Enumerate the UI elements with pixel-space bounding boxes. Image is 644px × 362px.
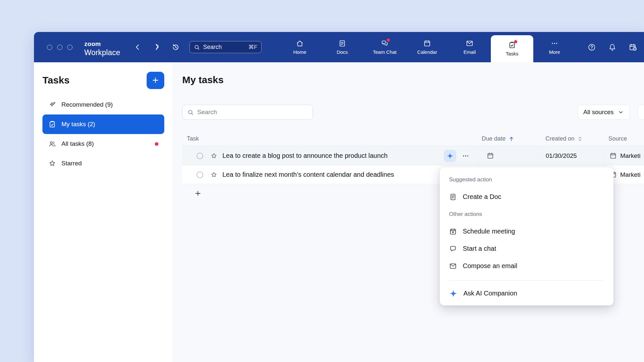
- window-controls: [47, 32, 72, 62]
- menu-section-label: Suggested action: [440, 171, 613, 188]
- nav-item-home[interactable]: Home: [279, 32, 321, 62]
- nav-label: Docs: [337, 49, 348, 55]
- nav-label: Home: [293, 49, 306, 55]
- column-label: Source: [608, 135, 627, 142]
- task-title: Lea to finalize next month’s content cal…: [222, 171, 394, 178]
- column-header-task[interactable]: Task: [182, 135, 478, 142]
- chevron-down-icon: [618, 109, 624, 115]
- history-button[interactable]: [170, 32, 181, 62]
- window-control[interactable]: [47, 45, 52, 50]
- menu-item-label: Create a Doc: [463, 193, 501, 201]
- favorite-star-button[interactable]: [210, 171, 217, 178]
- sidebar-item-all-tasks[interactable]: All tasks (8): [42, 134, 164, 154]
- column-label: Task: [187, 135, 199, 142]
- sidebar-header: Tasks: [42, 71, 164, 89]
- menu-section-label: Other actions: [440, 205, 613, 223]
- filter-button-partial[interactable]: [638, 105, 644, 120]
- sidebar-item-starred[interactable]: Starred: [42, 154, 164, 173]
- chevron-left-icon: [134, 43, 142, 51]
- column-header-created-on[interactable]: Created on: [541, 135, 604, 142]
- help-button[interactable]: [585, 32, 598, 62]
- task-search: [182, 105, 313, 120]
- sources-filter-dropdown[interactable]: All sources: [578, 105, 630, 120]
- add-due-date-button[interactable]: [487, 152, 494, 159]
- nav-item-calendar[interactable]: Calendar: [406, 32, 448, 62]
- plus-icon: [194, 189, 202, 197]
- nav-item-tasks[interactable]: Tasks: [491, 35, 533, 62]
- brand-product: Workplace: [84, 49, 120, 56]
- sidebar-item-label: My tasks (2): [61, 121, 95, 128]
- sort-updown-icon: [577, 136, 583, 142]
- column-label: Due date: [482, 135, 506, 142]
- menu-item-create-doc[interactable]: Create a Doc: [440, 188, 613, 205]
- new-task-button[interactable]: [147, 72, 164, 89]
- task-search-input[interactable]: [197, 109, 308, 116]
- bell-icon: [608, 43, 617, 52]
- nav-item-email[interactable]: Email: [448, 32, 491, 62]
- menu-item-compose-email[interactable]: Compose an email: [440, 257, 613, 275]
- sidebar-item-recommended[interactable]: Recommended (9): [42, 95, 164, 114]
- task-source: Marketi: [620, 152, 640, 159]
- task-checkbox[interactable]: [196, 171, 204, 179]
- calendar-quick-button[interactable]: [626, 32, 639, 62]
- notification-dot: [514, 40, 517, 43]
- plus-icon: [151, 76, 160, 84]
- notification-dot: [155, 142, 158, 146]
- menu-item-label: Ask AI Companion: [463, 290, 517, 297]
- zoom-logo: zoom: [84, 41, 120, 47]
- tasks-icon: [508, 41, 516, 49]
- sidebar-item-label: Starred: [61, 160, 82, 167]
- ai-companion-button[interactable]: [444, 150, 456, 162]
- sidebar: Tasks Recommended (9): [34, 62, 173, 362]
- column-label: Created on: [545, 135, 574, 142]
- email-icon: [466, 39, 474, 47]
- toolbar: All sources: [182, 105, 644, 120]
- back-button[interactable]: [132, 32, 143, 62]
- sidebar-nav: Recommended (9) My tasks (2) All tasks (…: [42, 95, 164, 173]
- sparkle-icon: [48, 101, 56, 109]
- task-row[interactable]: Lea to create a blog post to announce th…: [182, 146, 644, 165]
- help-icon: [588, 43, 596, 52]
- primary-nav: Home Docs Team Chat: [279, 32, 576, 62]
- people-icon: [48, 140, 56, 148]
- menu-item-label: Compose an email: [463, 262, 517, 270]
- desktop: zoom Workplace: [0, 0, 644, 362]
- chat-icon: [449, 245, 457, 253]
- column-header-due-date[interactable]: Due date: [478, 135, 541, 142]
- global-search-placeholder: Search: [203, 44, 246, 51]
- more-icon: [551, 39, 558, 47]
- sidebar-item-my-tasks[interactable]: My tasks (2): [42, 114, 164, 134]
- search-icon: [187, 109, 194, 116]
- ai-sparkle-icon: [446, 152, 454, 159]
- nav-label: Email: [463, 49, 476, 55]
- nav-label: Calendar: [417, 49, 437, 55]
- search-icon: [194, 44, 200, 51]
- window-control[interactable]: [57, 45, 62, 50]
- search-shortcut: ⌘F: [249, 44, 257, 51]
- column-header-source[interactable]: Source: [604, 135, 644, 142]
- docs-icon: [338, 39, 346, 47]
- window-control[interactable]: [67, 45, 72, 50]
- global-search[interactable]: Search ⌘F: [189, 41, 262, 53]
- nav-item-team-chat[interactable]: Team Chat: [363, 32, 406, 62]
- nav-label: Team Chat: [373, 49, 397, 55]
- calendar-icon: [423, 39, 431, 47]
- sources-filter-label: All sources: [583, 109, 614, 116]
- menu-item-schedule-meeting[interactable]: Schedule meeting: [440, 223, 613, 240]
- star-icon: [48, 159, 56, 167]
- forward-button[interactable]: [151, 32, 162, 62]
- menu-item-start-chat[interactable]: Start a chat: [440, 240, 613, 257]
- nav-item-docs[interactable]: Docs: [321, 32, 363, 62]
- menu-item-ask-ai-companion[interactable]: Ask AI Companion: [440, 285, 613, 302]
- task-checkbox[interactable]: [196, 152, 204, 160]
- favorite-star-button[interactable]: [210, 152, 217, 159]
- email-icon: [449, 262, 457, 270]
- notifications-button[interactable]: [606, 32, 619, 62]
- nav-item-more[interactable]: More: [533, 32, 576, 62]
- task-more-button[interactable]: [461, 152, 470, 160]
- brand: zoom Workplace: [84, 41, 120, 56]
- page-title: My tasks: [182, 73, 644, 86]
- calendar-plus-icon: [449, 228, 457, 235]
- calendar-icon: [487, 152, 494, 159]
- topbar: zoom Workplace: [34, 32, 644, 62]
